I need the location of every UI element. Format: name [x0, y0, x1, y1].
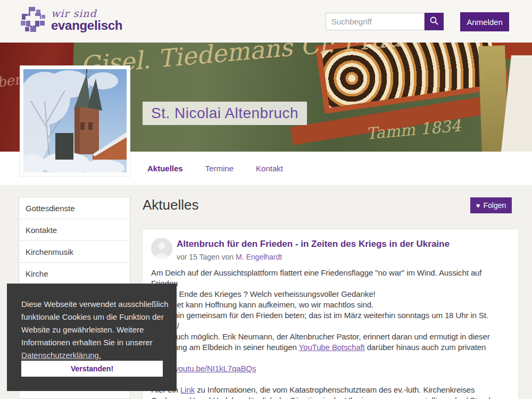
person-icon	[151, 238, 172, 259]
tab-termine[interactable]: Termine	[205, 164, 234, 173]
follow-button[interactable]: ♥ Folgen	[470, 197, 512, 213]
privacy-policy-link[interactable]: Datenschutzerklärung.	[21, 349, 101, 362]
search-button[interactable]	[425, 13, 444, 30]
inline-link[interactable]: Link	[180, 385, 195, 394]
search-group	[326, 13, 444, 30]
church-winter-photo	[23, 69, 127, 172]
byline-prefix: vor 15 Tagen von	[177, 253, 234, 261]
tab-kontakt[interactable]: Kontakt	[256, 164, 283, 173]
content-heading: Aktuelles	[143, 197, 199, 213]
hero-red-diagonal	[290, 84, 532, 145]
hero-red-beam	[491, 43, 532, 61]
hero-painted-script-bottom: Tamm 1834	[365, 116, 462, 143]
cookie-accept-button[interactable]: Verstanden!	[21, 361, 163, 377]
sidebar-item-kirchenmusik[interactable]: Kirchenmusik	[19, 241, 130, 263]
hero-gold-pillar	[478, 45, 509, 152]
sidebar-item-kontakte[interactable]: Kontakte	[19, 219, 130, 241]
sidebar-item-kirche[interactable]: Kirche	[19, 263, 130, 285]
tab-aktuelles[interactable]: Aktuelles	[147, 164, 183, 173]
article-card: Altenbruch für den Frieden - in Zeiten d…	[142, 229, 519, 399]
article-byline: vor 15 Tagen von M. Engelhardt	[177, 253, 450, 261]
magnifier-icon	[429, 16, 439, 27]
pixel-cross-icon	[20, 6, 46, 34]
search-input[interactable]	[326, 13, 425, 30]
sidebar-item-gottesdienste[interactable]: Gottesdienste	[19, 197, 130, 219]
page-title: St. Nicolai Altenbruch	[151, 105, 298, 122]
page: wir sind evangelisch Anmelden Gisel. T	[0, 0, 532, 399]
logo-name: evangelisch	[51, 19, 122, 32]
logo-tagline: wir sind	[51, 9, 122, 19]
hero-carved-ornament	[315, 43, 509, 114]
follow-button-label: Folgen	[483, 201, 506, 210]
heart-icon: ♥	[476, 202, 480, 209]
inline-link[interactable]: YouTube Botschaft	[299, 343, 365, 352]
header: wir sind evangelisch Anmelden	[0, 0, 532, 43]
hero-white-wedge	[500, 55, 532, 152]
author-link[interactable]: M. Engelhardt	[236, 253, 282, 261]
login-button[interactable]: Anmelden	[460, 12, 509, 31]
site-logo[interactable]: wir sind evangelisch	[20, 6, 122, 34]
article-title-link[interactable]: Altenbruch für den Frieden - in Zeiten d…	[177, 239, 450, 250]
author-avatar	[151, 238, 172, 259]
article-body: Am Deich auf der Aussichtsplattform flat…	[151, 268, 510, 399]
cookie-banner: Diese Webseite verwendet ausschließlich …	[7, 284, 177, 391]
hero-title-band: St. Nicolai Altenbruch	[143, 102, 307, 125]
cookie-banner-text: Diese Webseite verwendet ausschließlich …	[21, 300, 169, 347]
church-photo-thumbnail	[20, 65, 130, 176]
